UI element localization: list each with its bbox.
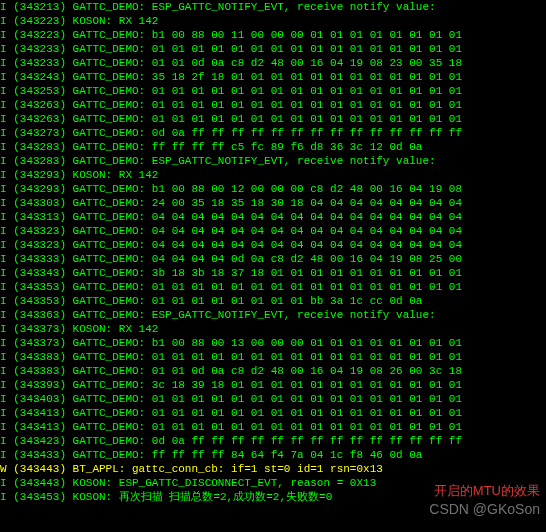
log-line: I (343383) GATTC_DEMO: 01 01 01 01 01 01… (0, 350, 546, 364)
log-line: I (343293) KOSON: RX 142 (0, 168, 546, 182)
overlay-box: 开启的MTU的效果 CSDN @GKoSon (429, 482, 540, 518)
log-line: I (343423) GATTC_DEMO: 0d 0a ff ff ff ff… (0, 434, 546, 448)
log-line: I (343333) GATTC_DEMO: 04 04 04 04 0d 0a… (0, 252, 546, 266)
log-line: I (343223) KOSON: RX 142 (0, 14, 546, 28)
log-line: I (343223) GATTC_DEMO: b1 00 88 00 11 00… (0, 28, 546, 42)
log-line: I (343263) GATTC_DEMO: 01 01 01 01 01 01… (0, 112, 546, 126)
log-line: I (343433) GATTC_DEMO: ff ff ff ff 84 64… (0, 448, 546, 462)
log-line: I (343283) GATTC_DEMO: ESP_GATTC_NOTIFY_… (0, 154, 546, 168)
log-line: I (343313) GATTC_DEMO: 04 04 04 04 04 04… (0, 210, 546, 224)
log-line: I (343293) GATTC_DEMO: b1 00 88 00 12 00… (0, 182, 546, 196)
log-line: I (343353) GATTC_DEMO: 01 01 01 01 01 01… (0, 294, 546, 308)
log-line: I (343413) GATTC_DEMO: 01 01 01 01 01 01… (0, 406, 546, 420)
log-line: I (343393) GATTC_DEMO: 3c 18 39 18 01 01… (0, 378, 546, 392)
log-line: W (343443) BT_APPL: gattc_conn_cb: if=1 … (0, 462, 546, 476)
log-line: I (343373) KOSON: RX 142 (0, 322, 546, 336)
log-line: I (343413) GATTC_DEMO: 01 01 01 01 01 01… (0, 420, 546, 434)
log-line: I (343343) GATTC_DEMO: 3b 18 3b 18 37 18… (0, 266, 546, 280)
log-line: I (343353) GATTC_DEMO: 01 01 01 01 01 01… (0, 280, 546, 294)
terminal-output: I (343213) GATTC_DEMO: ESP_GATTC_NOTIFY_… (0, 0, 546, 504)
log-line: I (343373) GATTC_DEMO: b1 00 88 00 13 00… (0, 336, 546, 350)
log-line: I (343303) GATTC_DEMO: 24 00 35 18 35 18… (0, 196, 546, 210)
log-line: I (343323) GATTC_DEMO: 04 04 04 04 04 04… (0, 224, 546, 238)
csdn-watermark: CSDN @GKoSon (429, 500, 540, 518)
log-line: I (343233) GATTC_DEMO: 01 01 0d 0a c8 d2… (0, 56, 546, 70)
log-line: I (343363) GATTC_DEMO: ESP_GATTC_NOTIFY_… (0, 308, 546, 322)
log-line: I (343273) GATTC_DEMO: 0d 0a ff ff ff ff… (0, 126, 546, 140)
log-line: I (343263) GATTC_DEMO: 01 01 01 01 01 01… (0, 98, 546, 112)
log-line: I (343383) GATTC_DEMO: 01 01 0d 0a c8 d2… (0, 364, 546, 378)
log-line: I (343233) GATTC_DEMO: 01 01 01 01 01 01… (0, 42, 546, 56)
log-line: I (343213) GATTC_DEMO: ESP_GATTC_NOTIFY_… (0, 0, 546, 14)
log-line: I (343283) GATTC_DEMO: ff ff ff ff c5 fc… (0, 140, 546, 154)
log-line: I (343403) GATTC_DEMO: 01 01 01 01 01 01… (0, 392, 546, 406)
log-line: I (343243) GATTC_DEMO: 35 18 2f 18 01 01… (0, 70, 546, 84)
log-line: I (343323) GATTC_DEMO: 04 04 04 04 04 04… (0, 238, 546, 252)
log-line: I (343253) GATTC_DEMO: 01 01 01 01 01 01… (0, 84, 546, 98)
overlay-note: 开启的MTU的效果 (429, 482, 540, 500)
